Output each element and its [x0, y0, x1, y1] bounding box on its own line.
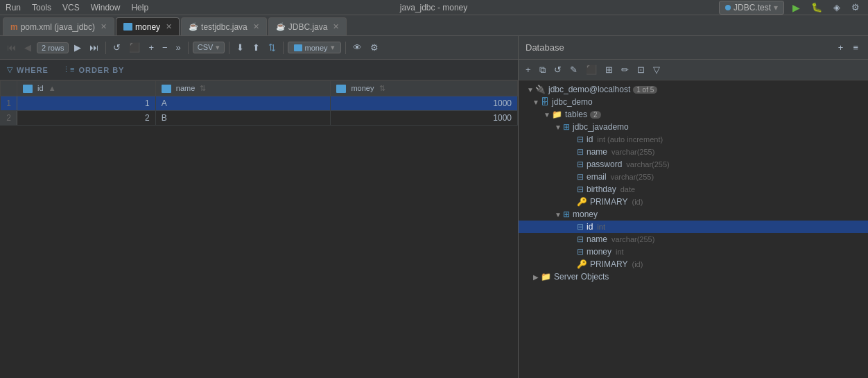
tab-jdbc[interactable]: ☕ JDBC.java ✕	[268, 17, 347, 35]
tab-jdbc-close[interactable]: ✕	[333, 22, 339, 31]
menu-run[interactable]: Run	[6, 3, 21, 12]
menu-bar: Run Tools VCS Window Help java_jdbc - mo…	[0, 0, 868, 15]
db-table-btn[interactable]: ⊞	[602, 63, 616, 76]
settings-button[interactable]: ⚙	[849, 1, 862, 14]
tree-table-money[interactable]: ▼ ⊞ money	[519, 208, 868, 221]
tree-connection[interactable]: ▼ 🔌 jdbc_demo@localhost 1 of 5	[519, 83, 868, 96]
tab-bar: m pom.xml (java_jdbc) ✕ money ✕ ☕ testjd…	[0, 15, 868, 36]
menu-window[interactable]: Window	[91, 3, 121, 12]
add-row-button[interactable]: +	[146, 41, 157, 54]
refresh-button[interactable]: ↺	[110, 41, 123, 54]
table-row[interactable]: 1 1 A 1000	[1, 96, 518, 111]
remove-row-button[interactable]: −	[159, 41, 171, 54]
row-2-id[interactable]: 2	[17, 111, 156, 126]
sort-money-icon[interactable]: ⇅	[379, 84, 385, 92]
db-tree: ▼ 🔌 jdbc_demo@localhost 1 of 5 ▼ 🗄 jdbc_…	[519, 80, 868, 378]
profile-button[interactable]: ◈	[831, 1, 843, 14]
csv-dropdown[interactable]: CSV ▾	[193, 42, 225, 53]
db-toolbar: + ⧉ ↺ ✎ ⬛ ⊞ ✏ ⊡ ▽	[519, 60, 868, 80]
data-panel: ⏮ ◀ 2 rows ▶ ⏭ ↺ ⬛ + − » CSV ▾ ⬇ ⬆ ⇅ mon…	[0, 36, 519, 378]
tab-testjdbc[interactable]: ☕ testjdbc.java ✕	[181, 17, 267, 35]
db-new-button[interactable]: +	[523, 63, 534, 76]
sort-id-icon[interactable]: ▲	[49, 84, 56, 92]
csv-chevron-icon: ▾	[216, 43, 220, 51]
tree-schema[interactable]: ▼ 🗄 jdbc_demo	[519, 96, 868, 108]
money-id-label: id	[587, 222, 593, 232]
filter-icon: ▽	[7, 65, 12, 74]
money-money-type: int	[616, 248, 624, 256]
money-name-label: name	[587, 234, 607, 244]
transpose-button[interactable]: ⇅	[266, 41, 279, 54]
tree-server-objects[interactable]: ▶ 📁 Server Objects	[519, 270, 868, 283]
tree-col-id-money[interactable]: ⊟ id int	[519, 221, 868, 233]
db-edit-btn[interactable]: ✎	[567, 63, 580, 76]
import-button[interactable]: ⬆	[250, 41, 263, 54]
stop-button[interactable]: ⬛	[126, 41, 143, 54]
nav-next-button[interactable]: ▶	[71, 41, 84, 54]
tree-col-name-money[interactable]: ⊟ name varchar(255)	[519, 233, 868, 246]
nav-first-button[interactable]: ⏮	[4, 41, 19, 54]
tree-col-id-javademo[interactable]: ⊟ id int (auto increment)	[519, 133, 868, 146]
tab-testjdbc-label: testjdbc.java	[201, 22, 248, 32]
tree-tables-folder[interactable]: ▼ 📁 tables 2	[519, 108, 868, 121]
col-header-id[interactable]: id ▲	[17, 81, 156, 96]
table-selector[interactable]: money ▾	[288, 42, 341, 53]
tab-testjdbc-close[interactable]: ✕	[253, 22, 259, 31]
tree-col-email-javademo[interactable]: ⊟ email varchar(255)	[519, 171, 868, 183]
tab-jdbc-label: JDBC.java	[288, 22, 328, 32]
col-id-label: id	[37, 84, 44, 92]
tree-col-name-javademo[interactable]: ⊟ name varchar(255)	[519, 146, 868, 158]
row-1-id[interactable]: 1	[17, 96, 156, 111]
tree-col-password-javademo[interactable]: ⊟ password varchar(255)	[519, 158, 868, 171]
col-header-money[interactable]: money ⇅	[331, 81, 518, 96]
export-button[interactable]: ⬇	[234, 41, 247, 54]
tab-money[interactable]: money ✕	[116, 17, 180, 35]
run-button[interactable]: ▶	[790, 1, 803, 15]
money-primary-label: PRIMARY	[590, 259, 627, 269]
where-label: WHERE	[17, 66, 49, 74]
row-2-name[interactable]: B	[155, 111, 331, 126]
table-row[interactable]: 2 2 B 1000	[1, 111, 518, 126]
sort-name-icon[interactable]: ⇅	[200, 84, 206, 92]
tree-col-primary-javademo[interactable]: 🔑 PRIMARY (id)	[519, 196, 868, 208]
db-refresh-btn[interactable]: ↺	[551, 63, 564, 76]
results-table: id ▲ name ⇅ money ⇅	[0, 80, 518, 126]
db-stop-btn[interactable]: ⬛	[583, 63, 600, 76]
tab-pom[interactable]: m pom.xml (java_jdbc) ✕	[3, 17, 114, 35]
row-1-name[interactable]: A	[155, 96, 331, 111]
view-button[interactable]: 👁	[350, 41, 365, 54]
tree-col-money-money[interactable]: ⊟ money int	[519, 246, 868, 258]
tree-col-birthday-javademo[interactable]: ⊟ birthday date	[519, 183, 868, 196]
nav-prev-button[interactable]: ◀	[21, 41, 34, 54]
tab-money-label: money	[135, 22, 160, 32]
menu-help[interactable]: Help	[131, 3, 148, 12]
tab-money-close[interactable]: ✕	[166, 22, 172, 31]
debug-button[interactable]: 🐛	[808, 1, 825, 14]
pom-icon: m	[10, 22, 18, 32]
row-2-money[interactable]: 1000	[331, 111, 518, 126]
db-add-button[interactable]: +	[835, 41, 847, 54]
menu-tools[interactable]: Tools	[32, 3, 51, 12]
tab-pom-close[interactable]: ✕	[101, 22, 107, 31]
tree-table-jdbc-javademo[interactable]: ▼ ⊞ jdbc_javademo	[519, 121, 868, 133]
db-copy-button[interactable]: ⧉	[537, 63, 548, 77]
db-filter-btn[interactable]: ▽	[650, 63, 663, 76]
col-header-name[interactable]: name ⇅	[155, 81, 331, 96]
tree-col-primary-money[interactable]: 🔑 PRIMARY (id)	[519, 258, 868, 270]
db-edit2-btn[interactable]: ✏	[618, 63, 632, 76]
nav-last-button[interactable]: ⏭	[87, 41, 101, 54]
menu-vcs[interactable]: VCS	[62, 3, 80, 12]
jdbc-connection-badge[interactable]: JDBC.test ▾	[719, 1, 784, 15]
db-view-btn[interactable]: ⊡	[634, 63, 648, 76]
separator-2	[188, 42, 189, 54]
table-icon-small	[294, 44, 302, 51]
javademo-primary-label: PRIMARY	[590, 197, 627, 207]
key-icon-1: 🔑	[577, 197, 587, 207]
more-button[interactable]: »	[173, 41, 184, 54]
settings2-button[interactable]: ⚙	[367, 41, 381, 54]
orderby-section: ⋮≡ ORDER BY	[62, 65, 124, 74]
javademo-id-label: id	[587, 135, 593, 144]
col-icon-money-money: ⊟	[577, 247, 584, 257]
db-more-button[interactable]: ≡	[850, 41, 861, 54]
row-1-money[interactable]: 1000	[331, 96, 518, 111]
